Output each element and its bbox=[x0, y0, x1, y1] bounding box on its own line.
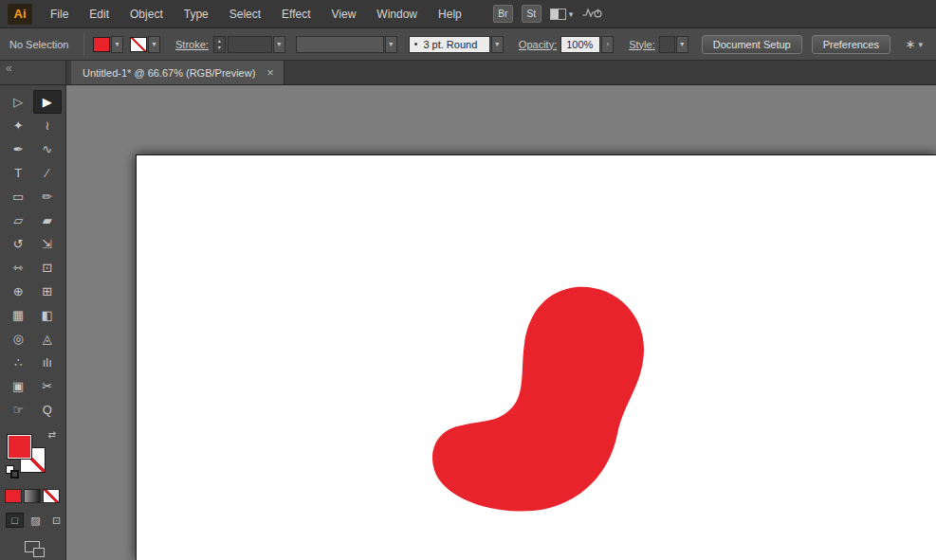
column-graph-tool[interactable]: ılı bbox=[33, 351, 63, 374]
chevron-down-icon: ▾ bbox=[680, 40, 684, 48]
stepper-down-icon: ▾ bbox=[218, 45, 221, 51]
chevron-down-icon: ▾ bbox=[495, 40, 499, 48]
menu-view[interactable]: View bbox=[321, 0, 367, 28]
menu-window[interactable]: Window bbox=[366, 0, 428, 28]
style-dropdown[interactable]: ▾ bbox=[676, 36, 688, 53]
perspective-grid-tool[interactable]: ⊞ bbox=[33, 280, 63, 303]
selection-tool[interactable]: ▶ bbox=[33, 90, 63, 114]
shaper-tool[interactable]: ▱ bbox=[4, 208, 33, 232]
stroke-weight-field[interactable] bbox=[228, 36, 272, 53]
bridge-button[interactable]: Br bbox=[493, 5, 513, 23]
menu-help[interactable]: Help bbox=[428, 0, 472, 28]
canvas-pasteboard[interactable] bbox=[66, 85, 936, 560]
chevron-right-icon: › bbox=[606, 40, 609, 48]
eyedropper-tool[interactable]: ◎ bbox=[4, 327, 33, 351]
fill-color-dropdown[interactable]: ▾ bbox=[111, 36, 123, 53]
selection-status: No Selection bbox=[9, 39, 83, 50]
fill-proxy-swatch[interactable] bbox=[7, 434, 32, 460]
opacity-panel-link[interactable]: Opacity: bbox=[519, 39, 557, 50]
arrange-documents-button[interactable]: ▾ bbox=[550, 9, 574, 20]
free-transform-tool[interactable]: ⊡ bbox=[33, 256, 63, 280]
select-similar-button[interactable]: ∗ ▾ bbox=[906, 37, 923, 51]
mesh-tool[interactable]: ▦ bbox=[4, 303, 33, 327]
curvature-tool[interactable]: ∿ bbox=[33, 137, 63, 161]
canvas-art-layer bbox=[66, 85, 936, 560]
zoom-tool[interactable]: Q bbox=[33, 398, 63, 422]
width-tool[interactable]: ⇿ bbox=[4, 256, 33, 280]
width-profile-dropdown[interactable]: ▾ bbox=[491, 36, 504, 53]
eraser-tool[interactable]: ▰ bbox=[33, 208, 63, 232]
lasso-tool[interactable]: ≀ bbox=[33, 114, 63, 137]
artboard-tool[interactable]: ▣ bbox=[4, 374, 33, 398]
tools-grid: ▷▶✦≀✒∿T∕▭✏▱▰↺⇲⇿⊡⊕⊞▦◧◎◬∴ılı▣✂☞Q bbox=[0, 85, 65, 422]
menu-object[interactable]: Object bbox=[119, 0, 174, 28]
hand-tool[interactable]: ☞ bbox=[4, 398, 33, 422]
style-field[interactable] bbox=[659, 36, 675, 53]
opacity-field[interactable]: 100% bbox=[560, 36, 600, 53]
toolbar-collapse-button[interactable]: « bbox=[0, 61, 66, 84]
menu-edit[interactable]: Edit bbox=[79, 0, 119, 28]
stroke-color-dropdown[interactable]: ▾ bbox=[148, 36, 160, 53]
document-tab[interactable]: Untitled-1* @ 66.67% (RGB/Preview) × bbox=[71, 61, 284, 84]
draw-normal-mode[interactable]: □ bbox=[6, 513, 24, 528]
paint-mode-buttons bbox=[5, 489, 65, 503]
menu-bar: Ai FileEditObjectTypeSelectEffectViewWin… bbox=[0, 0, 936, 28]
type-tool[interactable]: T bbox=[4, 161, 33, 185]
chevron-down-icon: ▾ bbox=[918, 40, 923, 49]
width-profile-field[interactable]: • 3 pt. Round bbox=[409, 36, 490, 53]
menu-file[interactable]: File bbox=[40, 0, 79, 28]
arrange-documents-icon bbox=[550, 9, 566, 20]
swap-fill-stroke-icon[interactable]: ⇄ bbox=[48, 429, 56, 440]
width-profile-icon: • bbox=[414, 39, 418, 49]
draw-inside-mode[interactable]: ⊡ bbox=[47, 513, 65, 528]
brush-definition-dropdown[interactable]: ▾ bbox=[385, 36, 397, 53]
menu-select[interactable]: Select bbox=[219, 0, 271, 28]
gpu-performance-icon[interactable] bbox=[581, 5, 602, 23]
stroke-weight-stepper[interactable]: ▴ ▾ bbox=[213, 36, 226, 53]
control-bar: No Selection ▾ ▾ Stroke: ▴ ▾ ▾ ▾ • 3 pt.… bbox=[0, 28, 936, 61]
magic-wand-tool[interactable]: ✦ bbox=[4, 114, 33, 137]
blend-tool[interactable]: ◬ bbox=[33, 327, 63, 351]
rotate-tool[interactable]: ↺ bbox=[4, 232, 33, 256]
none-mode-button[interactable] bbox=[43, 489, 60, 503]
gradient-mode-button[interactable] bbox=[24, 489, 41, 503]
shape-builder-tool[interactable]: ⊕ bbox=[4, 280, 33, 303]
divider bbox=[83, 33, 84, 56]
tools-panel: ▷▶✦≀✒∿T∕▭✏▱▰↺⇲⇿⊡⊕⊞▦◧◎◬∴ılı▣✂☞Q ⇄ □▨⊡ bbox=[0, 85, 66, 560]
preferences-button[interactable]: Preferences bbox=[812, 35, 890, 54]
stroke-color-swatch[interactable] bbox=[130, 37, 147, 52]
style-panel-link[interactable]: Style: bbox=[629, 39, 655, 50]
gradient-tool[interactable]: ◧ bbox=[33, 303, 63, 327]
chevron-down-icon: ▾ bbox=[115, 40, 119, 48]
width-profile-value: 3 pt. Round bbox=[423, 39, 477, 50]
app-logo: Ai bbox=[8, 4, 32, 25]
line-segment-tool[interactable]: ∕ bbox=[33, 161, 63, 185]
menu-bar-right: Br St ▾ bbox=[493, 5, 603, 23]
direct-selection-tool[interactable]: ▷ bbox=[4, 90, 33, 114]
stock-button[interactable]: St bbox=[522, 5, 541, 23]
symbol-sprayer-tool[interactable]: ∴ bbox=[4, 351, 33, 374]
slice-tool[interactable]: ✂ bbox=[33, 374, 63, 398]
color-mode-button[interactable] bbox=[5, 489, 22, 503]
tab-strip: « Untitled-1* @ 66.67% (RGB/Preview) × bbox=[0, 61, 936, 85]
scale-tool[interactable]: ⇲ bbox=[33, 232, 63, 256]
opacity-flyout-button[interactable]: › bbox=[601, 36, 614, 53]
screen-mode-button[interactable] bbox=[25, 541, 40, 552]
document-setup-button[interactable]: Document Setup bbox=[702, 35, 802, 54]
collapse-icon: « bbox=[6, 62, 12, 75]
drawn-bean-shape[interactable] bbox=[432, 287, 644, 512]
pen-tool[interactable]: ✒ bbox=[4, 137, 33, 161]
tab-close-icon[interactable]: × bbox=[266, 65, 274, 80]
paintbrush-tool[interactable]: ✏ bbox=[33, 185, 63, 208]
stroke-panel-link[interactable]: Stroke: bbox=[175, 39, 209, 50]
color-proxy: ⇄ bbox=[4, 427, 62, 480]
brush-definition-field[interactable] bbox=[296, 36, 384, 53]
fill-color-swatch[interactable] bbox=[93, 37, 110, 52]
menu-effect[interactable]: Effect bbox=[271, 0, 321, 28]
stroke-weight-dropdown[interactable]: ▾ bbox=[273, 36, 285, 53]
rectangle-tool[interactable]: ▭ bbox=[4, 185, 33, 208]
stepper-up-icon: ▴ bbox=[218, 38, 221, 45]
chevron-down-icon: ▾ bbox=[277, 40, 281, 48]
draw-behind-mode[interactable]: ▨ bbox=[27, 513, 45, 528]
menu-type[interactable]: Type bbox=[174, 0, 219, 28]
